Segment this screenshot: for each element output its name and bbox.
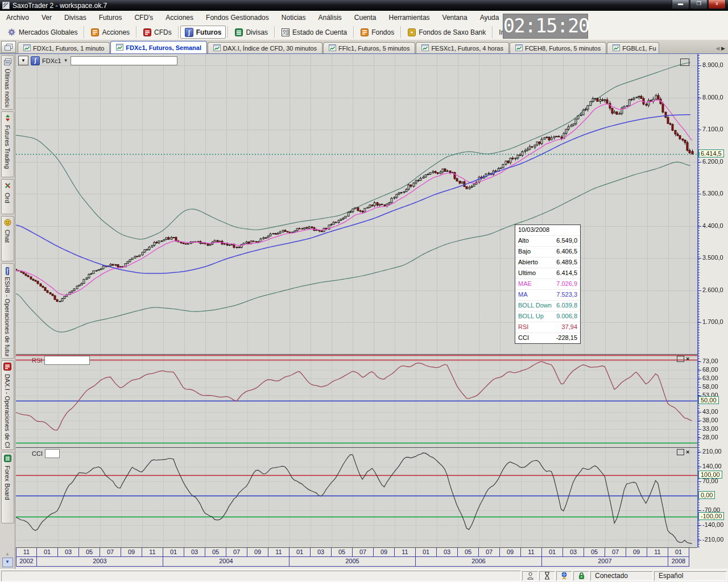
menu-ver[interactable]: Ver bbox=[35, 11, 58, 24]
doc-orange-icon bbox=[90, 28, 99, 36]
menu-archivo[interactable]: Archivo bbox=[0, 11, 35, 24]
maximize-pane-icon[interactable] bbox=[677, 356, 684, 362]
rsi-axis-label: 33,00 bbox=[702, 425, 718, 432]
maximize-pane-icon[interactable] bbox=[680, 59, 689, 66]
close-button[interactable]: x bbox=[708, 0, 726, 9]
price-axis-label: 8.000,0 bbox=[702, 94, 723, 101]
sidebar-scroll: ▲▼ bbox=[2, 551, 13, 569]
menu-herramientas[interactable]: Herramientas bbox=[383, 11, 436, 24]
chart-dropdown-button[interactable]: ▼ bbox=[18, 56, 28, 65]
x-axis-month: 01 bbox=[416, 548, 437, 557]
menu-cfd-s[interactable]: CFD's bbox=[128, 11, 159, 24]
minimize-button[interactable]: ▬ bbox=[672, 0, 689, 9]
x-axis-month: 05 bbox=[205, 548, 226, 557]
rsi-axis-label: 63,00 bbox=[702, 375, 718, 381]
toolbar-fondos-de-saxo-bank[interactable]: Fondos de Saxo Bank bbox=[403, 26, 490, 39]
close-pane-icon[interactable]: × bbox=[686, 449, 689, 455]
sidebar-item-esh8-operaciones-de-futuros[interactable]: ∫ESH8 - Operaciones de futuros bbox=[1, 263, 14, 359]
menu-fondos-gestionados[interactable]: Fondos Gestionados bbox=[200, 11, 275, 24]
toolbar-acciones[interactable]: Acciones bbox=[86, 26, 134, 39]
hourglass-icon bbox=[539, 571, 555, 581]
new-view-button[interactable] bbox=[1, 41, 16, 53]
x-axis-month: 07 bbox=[605, 548, 626, 557]
tab-fesxc1-futuros-4-horas[interactable]: FESXc1, Futuros, 4 horas bbox=[416, 42, 509, 53]
lock-icon bbox=[573, 571, 589, 581]
menu-acciones[interactable]: Acciones bbox=[159, 11, 200, 24]
toolbar-separator bbox=[492, 26, 493, 38]
toolbar-estado-de-cuenta[interactable]: Estado de Cuenta bbox=[276, 26, 351, 39]
sidebar-item-forex-board[interactable]: Forex Board bbox=[1, 452, 14, 523]
restore-button[interactable]: ❒ bbox=[690, 0, 708, 9]
toolbar-mercados-globales[interactable]: Mercados Globales bbox=[3, 26, 82, 39]
sidebar-item-chat[interactable]: Chat bbox=[1, 216, 14, 261]
menu-bar: ArchivoVerDivisasFuturosCFD'sAccionesFon… bbox=[0, 11, 728, 25]
x-axis-month: 11 bbox=[395, 548, 416, 557]
tab-label: FGBLc1, Fu bbox=[622, 45, 656, 52]
toolbar-fondos[interactable]: Fondos bbox=[355, 26, 399, 39]
rsi-pane-header: RSI bbox=[32, 356, 90, 365]
toolbar-separator bbox=[400, 26, 401, 38]
app-icon bbox=[2, 2, 10, 9]
menu-ayuda[interactable]: Ayuda bbox=[474, 11, 506, 24]
gold-icon bbox=[407, 28, 416, 36]
toolbar-label: Divisas bbox=[246, 28, 268, 36]
toolbar-cfds[interactable]: CFDs bbox=[138, 26, 176, 39]
x-axis-month: 01 bbox=[289, 548, 311, 557]
menu-análisis[interactable]: Análisis bbox=[312, 11, 348, 24]
menu-futuros[interactable]: Futuros bbox=[93, 11, 129, 24]
tooltip-row-label: MA bbox=[518, 291, 528, 300]
sidebar-item-ord[interactable]: Ord bbox=[1, 179, 14, 214]
tab-fgblc1-fu[interactable]: FGBLc1, Fu bbox=[607, 42, 659, 53]
symbol-caret-icon[interactable]: ▼ bbox=[64, 58, 68, 63]
x-axis-month: 03 bbox=[563, 548, 584, 557]
tab-fdxc1-futuros-1-minuto[interactable]: FDXc1, Futuros, 1 minuto bbox=[18, 42, 110, 53]
x-axis-month: 07 bbox=[479, 548, 500, 557]
scroll-left-icon[interactable]: ◀ bbox=[715, 45, 719, 51]
x-axis-year: 2004 bbox=[163, 557, 289, 567]
rsi-axis-label: 58,00 bbox=[702, 383, 718, 390]
rsi-chart-canvas[interactable] bbox=[16, 354, 697, 447]
futures-symbol-icon: ∫ bbox=[31, 56, 40, 65]
x-axis-month: 09 bbox=[247, 548, 268, 557]
chart-symbol-label[interactable]: FDXc1 bbox=[42, 57, 61, 64]
sidebar-item-label: Chat bbox=[4, 230, 11, 243]
tab-ffic1-futuros-5-minutos[interactable]: FFIc1, Futuros, 5 minutos bbox=[323, 42, 415, 53]
maximize-pane-icon[interactable] bbox=[677, 449, 684, 455]
scroll-down-icon[interactable]: ▼ bbox=[2, 558, 13, 567]
scroll-up-icon[interactable]: ▲ bbox=[5, 551, 10, 556]
x-axis-month: 05 bbox=[332, 548, 353, 557]
tab-fdxc1-futuros-semanal[interactable]: FDXc1, Futuros, Semanal bbox=[110, 41, 207, 53]
s-blue-icon: ∫ bbox=[6, 265, 9, 276]
rsi-input[interactable] bbox=[44, 356, 90, 365]
sidebar-panel-tabs: Últimas noticiasFutures TradingOrdChat∫E… bbox=[0, 54, 15, 569]
cci-chart-canvas[interactable] bbox=[16, 447, 697, 547]
x-axis-year: 2007 bbox=[542, 557, 668, 567]
sidebar-item-últimas-noticias[interactable]: Últimas noticias bbox=[1, 55, 14, 110]
toolbar-divisas[interactable]: Divisas bbox=[230, 26, 272, 39]
cci-input[interactable] bbox=[45, 449, 60, 458]
menu-ventana[interactable]: Ventana bbox=[436, 11, 474, 24]
menu-noticias[interactable]: Noticias bbox=[275, 11, 312, 24]
tab-dax-i-índice-de-cfd-30-minutos[interactable]: DAX.I, Índice de CFD, 30 minutos bbox=[208, 42, 322, 53]
menu-divisas[interactable]: Divisas bbox=[58, 11, 93, 24]
bars-green-icon bbox=[234, 28, 243, 36]
tooltip-row-label: BOLL Up bbox=[518, 313, 544, 321]
cci-pane-buttons: × bbox=[677, 449, 689, 455]
chart-area: ▼ ∫ FDXc1 ▼ RSI × CCI × 1101030507091101… bbox=[16, 54, 728, 569]
toolbar-separator bbox=[228, 26, 228, 38]
tooltip-row-label: MAE bbox=[518, 280, 532, 289]
scroll-right-icon[interactable]: ▶ bbox=[721, 45, 725, 51]
toolbar-futuros[interactable]: ∫Futuros bbox=[180, 26, 226, 39]
tab-fceh8-futuros-5-minutos[interactable]: FCEH8, Futuros, 5 minutos bbox=[510, 42, 606, 53]
sidebar-item-futures-trading[interactable]: Futures Trading bbox=[1, 111, 14, 177]
price-chart-canvas[interactable] bbox=[16, 54, 697, 354]
price-axis-gutter: 8.900,08.000,07.100,06.200,05.300,04.400… bbox=[697, 54, 728, 567]
tooltip-date: 10/03/2008 bbox=[518, 226, 549, 235]
close-pane-icon[interactable]: × bbox=[686, 356, 689, 362]
tooltip-row: BOLL Up9.006,8 bbox=[515, 311, 580, 322]
symbol-input[interactable] bbox=[71, 56, 177, 65]
sidebar-item-dax-i-operaciones-de-cfds[interactable]: DAX.I - Operaciones de CFDs bbox=[1, 360, 14, 450]
menu-cuenta[interactable]: Cuenta bbox=[348, 11, 383, 24]
tab-bar: FDXc1, Futuros, 1 minutoFDXc1, Futuros, … bbox=[0, 40, 728, 54]
tooltip-row-value: 6.549,0 bbox=[556, 237, 577, 246]
